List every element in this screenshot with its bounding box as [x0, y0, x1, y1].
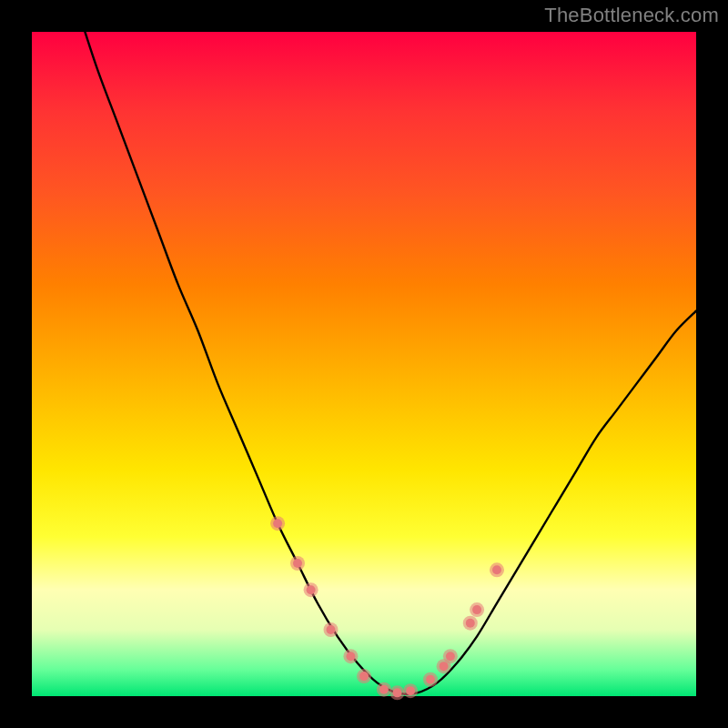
marker-point-core [346, 652, 355, 661]
marker-point-core [273, 519, 282, 528]
marker-point-core [393, 688, 402, 697]
chart-frame: TheBottleneck.com [0, 0, 728, 728]
marker-point-core [359, 672, 369, 681]
marker-point-core [440, 662, 449, 671]
marker-point-core [426, 675, 435, 684]
chart-svg [32, 32, 696, 696]
marker-point-core [406, 686, 415, 695]
plot-area [32, 32, 696, 696]
marker-point-core [379, 685, 389, 694]
marker-point-core [466, 619, 475, 628]
bottleneck-curve [85, 32, 696, 694]
marker-point-core [327, 625, 336, 634]
highlight-markers [270, 516, 504, 700]
marker-point-core [492, 565, 501, 574]
marker-point-core [472, 605, 481, 614]
watermark-text: TheBottleneck.com [544, 4, 719, 27]
marker-point-core [293, 559, 302, 568]
marker-point-core [307, 585, 316, 594]
marker-point-core [446, 652, 455, 661]
